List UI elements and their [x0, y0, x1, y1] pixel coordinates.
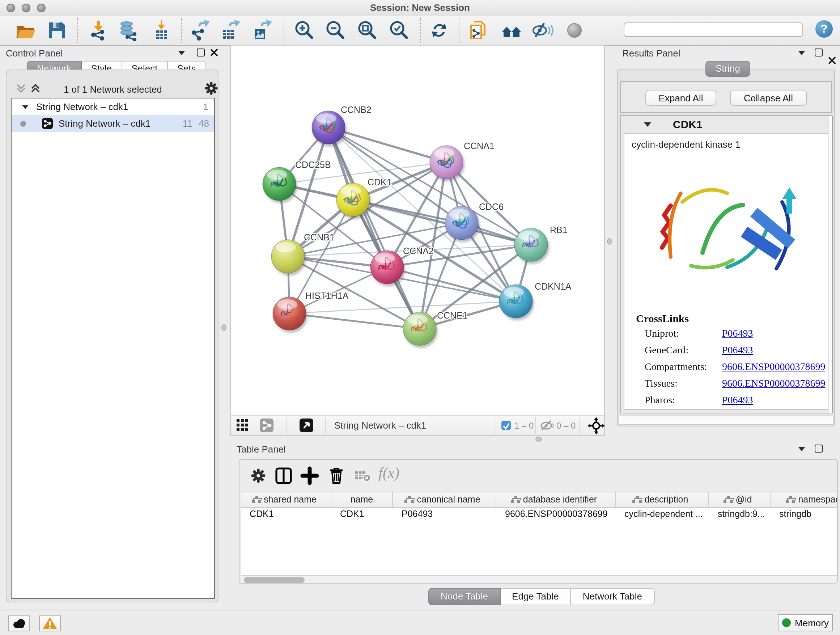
- node-label-CDK1: CDK1: [368, 177, 392, 187]
- fit-selected-crosshair-icon[interactable]: [587, 416, 606, 438]
- results-vertical-scrollbar[interactable]: [828, 116, 833, 413]
- birds-eye-grid-icon[interactable]: [237, 419, 249, 434]
- cell-shared-name[interactable]: CDK1: [241, 508, 332, 521]
- import-table-icon[interactable]: [150, 19, 172, 41]
- control-panel-body: 1 of 1 Network selected String Network –…: [6, 70, 218, 602]
- node-label-CDKN1A: CDKN1A: [535, 281, 572, 291]
- column-header-database-identifier[interactable]: database identifier: [496, 492, 616, 507]
- control-panel-menu-icon[interactable]: [178, 51, 185, 55]
- crosslink-label: Compartments:: [645, 361, 722, 373]
- node-CCNE1[interactable]: [403, 312, 438, 348]
- results-panel-close-icon[interactable]: [828, 57, 836, 65]
- right-splitter-handle[interactable]: [607, 238, 612, 245]
- tree-expander-icon[interactable]: [22, 105, 28, 109]
- delete-column-icon[interactable]: [326, 466, 347, 489]
- inactive-indicator-icon[interactable]: [567, 23, 582, 38]
- gene-detail-box: cyclin-dependent kinase 1 C: [624, 133, 830, 410]
- add-column-icon[interactable]: [300, 466, 319, 488]
- network-view[interactable]: CCNB2CCNA1CDC25BCDK1CDC6RB1CCNB1CCNA2CDK…: [230, 45, 605, 436]
- import-network-icon[interactable]: [88, 19, 109, 41]
- column-header-description[interactable]: description: [616, 492, 709, 507]
- network-canvas[interactable]: CCNB2CCNA1CDC25BCDK1CDC6RB1CCNB1CCNA2CDK…: [231, 46, 606, 416]
- tab-string[interactable]: String: [706, 61, 750, 77]
- table-options-gear-icon[interactable]: [249, 467, 267, 485]
- cell--id[interactable]: stringdb:9...: [709, 508, 771, 521]
- table-panel-menu-icon[interactable]: [798, 447, 805, 451]
- node-CCNA1[interactable]: [430, 146, 464, 181]
- gene-collapse-icon[interactable]: [644, 122, 651, 127]
- collapse-all-button[interactable]: Collapse All: [730, 90, 807, 106]
- cell-name[interactable]: CDK1: [332, 508, 393, 521]
- org-chart-icon: [515, 496, 517, 499]
- table-horizontal-scrollbar[interactable]: [241, 575, 837, 584]
- crosslink-link[interactable]: P06493: [722, 328, 753, 340]
- column-header-shared-name[interactable]: shared name: [241, 492, 332, 507]
- crosslink-link[interactable]: 9606.ENSP00000378699: [722, 361, 825, 373]
- export-table-icon[interactable]: [219, 19, 241, 41]
- column-header-canonical-name[interactable]: canonical name: [393, 492, 496, 507]
- network-share-icon[interactable]: [260, 418, 273, 432]
- show-columns-icon[interactable]: [274, 466, 293, 488]
- column-header--id[interactable]: @id: [709, 492, 771, 507]
- node-HIST1H1A[interactable]: [273, 297, 308, 333]
- cell-canonical-name[interactable]: P06493: [393, 508, 496, 521]
- home-icon[interactable]: [501, 19, 523, 41]
- network-row-selected[interactable]: String Network – cdk1 11 48: [11, 115, 214, 132]
- expand-all-button[interactable]: Expand All: [645, 90, 716, 106]
- node-CDKN1A[interactable]: [499, 285, 534, 320]
- crosslink-link[interactable]: P06493: [722, 345, 753, 356]
- left-splitter-handle[interactable]: [221, 325, 226, 331]
- hide-panels-icon[interactable]: [532, 19, 554, 41]
- node-label-CCNB1: CCNB1: [304, 232, 335, 242]
- refresh-icon[interactable]: [428, 19, 450, 41]
- results-panel-menu-icon[interactable]: [798, 51, 805, 55]
- open-session-icon[interactable]: [14, 19, 36, 41]
- cloud-status-button[interactable]: [8, 616, 30, 631]
- network-snapshot-icon[interactable]: [467, 19, 489, 41]
- search-input[interactable]: [624, 22, 803, 37]
- network-collection-row[interactable]: String Network – cdk1 1: [11, 98, 214, 115]
- control-panel-float-icon[interactable]: [197, 49, 205, 57]
- cell-namespace[interactable]: stringdb: [771, 508, 838, 521]
- crosslink-row: Pharos:P06493: [645, 394, 826, 411]
- zoom-in-icon[interactable]: [293, 19, 315, 41]
- tab-edge-table[interactable]: Edge Table: [500, 588, 571, 605]
- save-session-icon[interactable]: [46, 19, 68, 41]
- edge-HIST1H1A-CCNE1[interactable]: [289, 314, 420, 329]
- node-count: 11: [183, 118, 193, 129]
- selected-checkbox-icon[interactable]: [501, 421, 511, 430]
- export-image-icon[interactable]: [251, 19, 273, 41]
- results-panel-float-icon[interactable]: [815, 49, 823, 57]
- cell-description[interactable]: cyclin-dependent ...: [616, 508, 709, 521]
- network-options-gear-icon[interactable]: [203, 80, 219, 96]
- crosslinks-title: CrossLinks: [636, 313, 689, 325]
- horizontal-splitter-handle[interactable]: [535, 437, 542, 442]
- help-button[interactable]: ?: [815, 20, 833, 38]
- control-panel-close-icon[interactable]: [210, 49, 218, 57]
- node-CCNA2[interactable]: [370, 250, 405, 287]
- crosslink-link[interactable]: 9606.ENSP00000378699: [722, 378, 825, 390]
- import-database-icon[interactable]: [117, 19, 139, 41]
- node-CDC25B[interactable]: [263, 167, 297, 203]
- zoom-out-icon[interactable]: [324, 19, 346, 41]
- table-row[interactable]: CDK1CDK1P064939606.ENSP00000378699cyclin…: [241, 508, 837, 521]
- node-label-CCNA2: CCNA2: [403, 246, 434, 256]
- node-RB1[interactable]: [515, 228, 549, 264]
- column-header-name[interactable]: name: [332, 492, 393, 507]
- export-network-icon[interactable]: [189, 19, 210, 41]
- org-chart-icon: [408, 496, 411, 499]
- node-CDK1[interactable]: [336, 183, 371, 219]
- main-toolbar: ?: [0, 16, 840, 46]
- zoom-fit-icon[interactable]: [356, 19, 378, 41]
- warnings-button[interactable]: [39, 616, 61, 631]
- scrollbar-thumb[interactable]: [244, 577, 305, 583]
- column-header-namespace[interactable]: namespace: [771, 492, 838, 507]
- table-panel-float-icon[interactable]: [815, 445, 823, 453]
- zoom-selected-icon[interactable]: [388, 19, 409, 41]
- memory-button[interactable]: Memory: [778, 614, 833, 631]
- cell-database-identifier[interactable]: 9606.ENSP00000378699: [496, 508, 616, 521]
- tab-node-table[interactable]: Node Table: [428, 588, 500, 605]
- tab-network-table[interactable]: Network Table: [571, 588, 654, 605]
- crosslink-link[interactable]: P06493: [722, 394, 753, 406]
- open-in-new-window-icon[interactable]: [300, 418, 313, 432]
